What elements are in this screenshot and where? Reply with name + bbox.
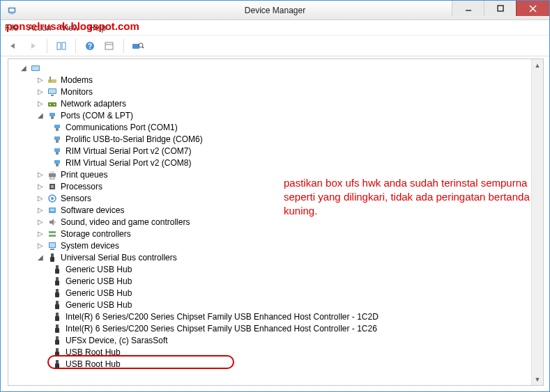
tree-leaf[interactable]: USB Root Hub [10,358,542,370]
collapse-icon[interactable]: ◢ [36,253,45,262]
usb-icon [52,288,63,299]
tree-leaf-label: Generic USB Hub [66,276,132,287]
svg-rect-37 [49,173,56,177]
usb-icon [52,323,63,334]
tree-leaf-label: Generic USB Hub [66,288,132,299]
tree-node[interactable]: ▷Modems [10,74,542,86]
svg-rect-68 [56,348,59,352]
svg-rect-30 [56,128,59,131]
back-button[interactable] [5,38,22,54]
properties-button[interactable] [101,38,118,54]
expand-icon[interactable]: ▷ [36,218,45,226]
device-manager-window: Device Manager ponselrusak.blogspot.com … [0,0,550,392]
sensor-icon [47,193,58,204]
tree-leaf[interactable]: Intel(R) 6 Series/C200 Series Chipset Fa… [10,322,542,334]
tree-leaf[interactable]: Communications Port (COM1) [10,121,542,133]
scroll-up-icon[interactable]: ▲ [532,59,543,71]
tree-node[interactable]: ▷Monitors [10,86,542,97]
menu-action[interactable]: Action [28,23,51,33]
svg-rect-7 [57,42,61,49]
usb-icon [52,359,63,370]
tree-node[interactable]: ▷System devices [10,240,542,251]
svg-rect-38 [50,171,54,173]
svg-rect-66 [56,336,59,340]
tree-panel: ◢▷Modems▷Monitors▷Network adapters◢Ports… [8,58,544,386]
toolbar: ? [1,36,549,56]
menu-help[interactable]: Help [89,23,107,33]
minimize-button[interactable] [452,1,484,16]
tree-node-label: Ports (COM & LPT) [61,110,133,121]
svg-rect-52 [51,253,54,257]
port-icon [52,122,63,133]
svg-rect-4 [498,6,503,11]
tree-leaf[interactable]: Generic USB Hub [10,299,542,311]
tree-leaf[interactable]: RIM Virtual Serial Port v2 (COM8) [10,157,542,168]
collapse-icon[interactable]: ◢ [20,64,28,72]
expand-icon[interactable]: ▷ [36,76,45,84]
tree-leaf[interactable]: Generic USB Hub [10,263,542,275]
port-icon [52,157,63,168]
tree-node[interactable]: ▷Storage controllers [10,228,542,240]
system-icon [47,240,58,251]
tree-node[interactable]: ◢Universal Serial Bus controllers [10,251,542,263]
tree-leaf[interactable]: Intel(R) 6 Series/C200 Series Chipset Fa… [10,311,542,322]
expand-icon[interactable]: ▷ [36,100,45,108]
scroll-down-icon[interactable]: ▼ [532,373,543,385]
svg-rect-24 [48,102,56,107]
modem-icon [47,75,58,86]
svg-rect-25 [49,104,51,105]
usb-icon [47,252,58,263]
port-icon [52,146,63,157]
tree-root[interactable]: ◢ [10,62,542,74]
scan-hardware-button[interactable] [130,38,146,54]
svg-rect-23 [51,95,54,96]
svg-rect-70 [56,360,59,363]
svg-rect-27 [49,113,55,116]
usb-icon [52,299,63,311]
expand-icon[interactable]: ▷ [36,242,45,250]
tree-leaf[interactable]: UFSx Device, (c) SarasSoft [10,334,542,346]
monitor-icon [47,86,58,97]
svg-rect-17 [32,66,39,70]
expand-icon[interactable]: ▷ [36,230,45,238]
tree-leaf[interactable]: RIM Virtual Serial Port v2 (COM7) [10,145,542,157]
expand-icon[interactable]: ▷ [36,206,45,214]
expand-icon[interactable]: ▷ [36,194,45,203]
tree-leaf-label: USB Root Hub [66,359,121,370]
forward-button[interactable] [24,38,41,54]
expand-icon[interactable]: ▷ [36,171,45,179]
tree-node-label: System devices [61,240,119,251]
svg-rect-48 [49,235,56,237]
svg-rect-69 [55,352,59,356]
svg-rect-8 [62,42,66,49]
close-button[interactable] [516,1,549,16]
tree-leaf-label: Intel(R) 6 Series/C200 Series Chipset Fa… [66,311,379,322]
show-hide-tree-button[interactable] [53,38,70,54]
tree-leaf-label: Prolific USB-to-Serial Bridge (COM6) [66,134,203,145]
tree-node-label: Processors [61,181,102,192]
svg-rect-33 [54,148,60,152]
tree-node-label: Network adapters [61,98,126,109]
svg-rect-56 [56,277,59,281]
toolbar-separator [47,39,47,53]
tree-leaf[interactable]: Generic USB Hub [10,287,542,299]
titlebar: Device Manager [1,1,549,20]
menu-view[interactable]: View [61,23,79,33]
tree-leaf[interactable]: Prolific USB-to-Serial Bridge (COM6) [10,133,542,145]
collapse-icon[interactable]: ◢ [36,111,45,120]
tree-node[interactable]: ▷Network adapters [10,97,542,109]
tree-node[interactable]: ◢Ports (COM & LPT) [10,109,542,121]
svg-rect-20 [49,77,51,79]
svg-rect-67 [55,340,59,345]
usb-icon [52,276,63,287]
tree-leaf[interactable]: Generic USB Hub [10,275,542,287]
tree-node-label: Monitors [61,86,93,97]
maximize-button[interactable] [484,1,516,16]
vertical-scrollbar[interactable]: ▲ ▼ [531,59,543,385]
help-button[interactable]: ? [82,38,98,54]
expand-icon[interactable]: ▷ [36,88,45,96]
menu-file[interactable]: File [5,23,18,33]
tree-leaf[interactable]: USB Root Hub [10,346,542,358]
expand-icon[interactable]: ▷ [36,182,45,191]
toolbar-separator [75,39,76,53]
